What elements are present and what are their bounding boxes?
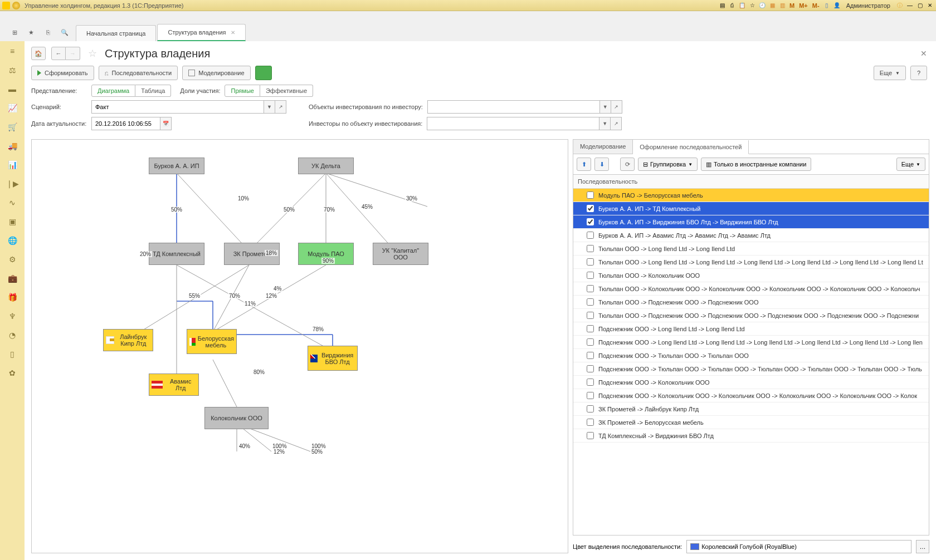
color-input[interactable]: Королевский Голубой (RoyalBlue) <box>686 540 911 553</box>
scenario-dropdown-icon[interactable]: ▼ <box>264 100 275 114</box>
sequence-checkbox[interactable] <box>587 191 594 199</box>
node-kolok[interactable]: Колокольчик ООО <box>204 407 269 429</box>
sequence-row[interactable]: Подснежник ООО -> Тюльпан ООО -> Тюльпан… <box>573 349 929 362</box>
sequence-checkbox[interactable] <box>587 205 594 212</box>
info-icon[interactable]: ⓘ <box>896 2 904 9</box>
node-lainbruk[interactable]: Лайнбрук Кипр Лтд <box>103 329 153 351</box>
sidebar-truck-icon[interactable]: 🚚 <box>8 141 17 150</box>
sequence-checkbox[interactable] <box>587 298 594 306</box>
sequence-row[interactable]: Подснежник ООО -> Колокольчик ООО -> Кол… <box>573 389 929 402</box>
sequence-row[interactable]: Тюльпан ООО -> Подснежник ООО -> Подснеж… <box>573 296 929 309</box>
sequence-row[interactable]: Тюльпан ООО -> Колокольчик ООО <box>573 269 929 282</box>
help-button[interactable]: ? <box>910 66 927 80</box>
home-button[interactable]: 🏠 <box>31 47 46 60</box>
sequence-row[interactable]: Тюльпан ООО -> Long Ilend Ltd -> Long Il… <box>573 256 929 269</box>
sequence-row[interactable]: ЗК Прометей -> Белорусская мебель <box>573 416 929 429</box>
sidebar-clock-icon[interactable]: ◔ <box>8 331 17 340</box>
favorite-star-icon[interactable]: ☆ <box>88 47 97 60</box>
sequence-row[interactable]: Модуль ПАО -> Белорусская мебель <box>573 189 929 202</box>
tab-seq-formatting[interactable]: Оформление последовательностей <box>633 140 749 154</box>
sequence-checkbox[interactable] <box>587 245 594 252</box>
tab-modeling[interactable]: Моделирование <box>573 140 633 154</box>
sequence-checkbox[interactable] <box>587 285 594 292</box>
sidebar-gear-icon[interactable]: ⚙ <box>8 255 17 264</box>
tab-start[interactable]: Начальная страница <box>76 25 156 41</box>
sidebar-globe-icon[interactable]: 🌐 <box>8 236 17 245</box>
view-diagram[interactable]: Диаграмма <box>91 85 135 97</box>
date-input[interactable] <box>91 117 160 130</box>
sequence-row[interactable]: ТД Комплексный -> Вирджиния БВО Лтд <box>573 429 929 443</box>
sequence-row[interactable]: Тюльпан ООО -> Колокольчик ООО -> Колоко… <box>573 282 929 296</box>
sequence-checkbox[interactable] <box>587 325 594 332</box>
sequence-checkbox[interactable] <box>587 419 594 426</box>
sequence-row[interactable]: Подснежник ООО -> Колокольчик ООО <box>573 376 929 389</box>
green-action-button[interactable] <box>255 66 272 80</box>
sequence-row[interactable]: Подснежник ООО -> Long Ilend Ltd -> Long… <box>573 336 929 349</box>
sequence-row[interactable]: Бурков А. А. ИП -> ТД Комплексный <box>573 202 929 215</box>
node-burkov[interactable]: Бурков А. А. ИП <box>149 158 204 174</box>
sequence-checkbox[interactable] <box>587 432 594 439</box>
group-button[interactable]: ⊟Группировка▼ <box>638 158 698 171</box>
foreign-only-button[interactable]: ▥Только в иностранные компании <box>701 158 811 171</box>
right-more-button[interactable]: Еще▼ <box>896 158 925 171</box>
sidebar-icon-8[interactable]: ❘▶ <box>8 179 17 188</box>
form-button[interactable]: Сформировать <box>31 66 94 80</box>
tab-structure[interactable]: Структура владения✕ <box>157 24 245 41</box>
calendar-icon[interactable]: ▥ <box>778 2 786 9</box>
view-table[interactable]: Таблица <box>135 85 171 97</box>
sidebar-eagle-icon[interactable]: ♆ <box>8 312 17 321</box>
sequence-checkbox[interactable] <box>587 232 594 239</box>
scenario-open-icon[interactable]: ↗ <box>275 100 286 114</box>
sidebar-icon-4[interactable]: 📈 <box>8 104 17 112</box>
move-down-button[interactable]: ⬇ <box>594 158 609 171</box>
node-td-kompl[interactable]: ТД Комплексный <box>149 243 204 265</box>
sequence-checkbox[interactable] <box>587 258 594 266</box>
maximize-icon[interactable]: ▢ <box>916 2 924 9</box>
node-virginia[interactable]: Вирджиния БВО Лтд <box>308 346 358 371</box>
sequence-checkbox[interactable] <box>587 365 594 372</box>
sidebar-chart-icon[interactable]: 📊 <box>8 160 17 169</box>
sidebar-icon-9[interactable]: ∿ <box>8 198 17 207</box>
sequence-row[interactable]: ЗК Прометей -> Лайнбрук Кипр Лтд <box>573 402 929 416</box>
sidebar-icon-10[interactable]: ▣ <box>8 217 17 226</box>
sidebar-menu-icon[interactable]: ≡ <box>8 47 17 56</box>
modeling-button[interactable]: Моделирование <box>182 66 250 80</box>
sequence-row[interactable]: Тюльпан ООО -> Подснежник ООО -> Подснеж… <box>573 309 929 322</box>
back-button[interactable]: ← <box>51 47 66 60</box>
shares-effective[interactable]: Эффективные <box>260 85 313 97</box>
sequences-button[interactable]: ⎌Последовательности <box>99 66 178 80</box>
m-minus-button[interactable]: M- <box>811 2 821 9</box>
refresh-button[interactable]: ⟳ <box>620 158 635 171</box>
panel-icon[interactable]: ▯ <box>823 2 831 9</box>
forward-button[interactable]: → <box>66 47 80 60</box>
search-icon[interactable]: 🔍 <box>60 28 69 37</box>
sidebar-icon-2[interactable]: ⚖ <box>8 66 17 75</box>
m-plus-button[interactable]: M+ <box>798 2 809 9</box>
apps-icon[interactable]: ⊞ <box>10 28 19 37</box>
node-avamis[interactable]: Авамис Лтд <box>149 374 199 396</box>
print-icon[interactable]: ⎙ <box>728 2 736 9</box>
sidebar-cart-icon[interactable]: 🛒 <box>8 122 17 131</box>
date-calendar-icon[interactable]: 📅 <box>160 117 172 130</box>
move-up-button[interactable]: ⬆ <box>577 158 591 171</box>
sidebar-device-icon[interactable]: ▯ <box>8 350 17 358</box>
clipboard-icon[interactable]: 📋 <box>738 2 746 9</box>
sequence-checkbox[interactable] <box>587 272 594 279</box>
sidebar-settings-icon[interactable]: ✿ <box>8 369 17 377</box>
diagram-panel[interactable]: Бурков А. А. ИП УК Дельта ТД Комплексный… <box>31 139 568 553</box>
invest-obj-input[interactable] <box>427 100 600 114</box>
sequence-checkbox[interactable] <box>587 379 594 386</box>
shares-direct[interactable]: Прямые <box>225 85 260 97</box>
investors-open-icon[interactable]: ↗ <box>611 117 622 130</box>
invest-obj-open-icon[interactable]: ↗ <box>611 100 622 114</box>
node-uk-kapital[interactable]: УК "Капитал" ООО <box>373 243 428 265</box>
app-dropdown-icon[interactable] <box>12 2 20 9</box>
sidebar-icon-3[interactable]: ▬ <box>8 85 17 94</box>
investors-input[interactable] <box>427 117 599 130</box>
invest-obj-dropdown-icon[interactable]: ▼ <box>600 100 611 114</box>
history-icon[interactable]: 🕘 <box>758 2 766 9</box>
sequence-checkbox[interactable] <box>587 338 594 346</box>
close-page-icon[interactable]: ✕ <box>920 49 927 58</box>
calc-icon[interactable]: ▦ <box>768 2 776 9</box>
more-button[interactable]: Еще▼ <box>874 66 906 80</box>
